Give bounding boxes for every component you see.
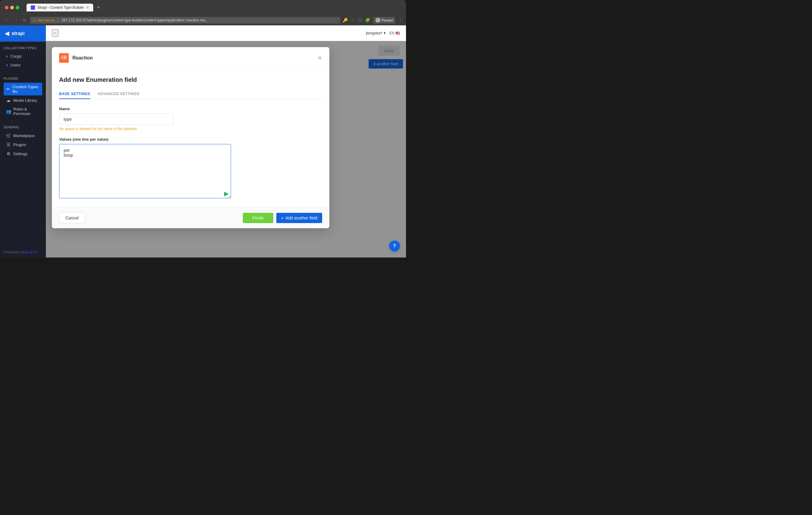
sidebar-item-settings[interactable]: ⚙ Settings <box>4 150 42 158</box>
add-another-field-button[interactable]: + Add another field <box>276 213 322 223</box>
name-input[interactable] <box>59 113 174 125</box>
plugins-title: PLUGINS <box>4 77 42 80</box>
minimize-window-btn[interactable] <box>10 6 14 9</box>
sidebar-item-media-library[interactable]: ☁ Media Library <box>4 96 42 104</box>
sidebar-footer: Powered by Strapi v3.0.2 <box>0 247 46 258</box>
close-window-btn[interactable] <box>5 6 8 9</box>
strapi-version-link[interactable]: Strapi v3.0.2 <box>21 250 37 254</box>
top-nav: ← jlengstorf ▾ EN 🇺🇸 <box>46 25 406 41</box>
sidebar-item-plugins[interactable]: ☰ Plugins <box>4 140 42 149</box>
modal-body: Add new Enumeration field BASE SETTINGS … <box>52 69 329 208</box>
sidebar-item-corgis[interactable]: Corgis <box>4 52 42 60</box>
refresh-icon[interactable]: ▶ <box>224 190 229 197</box>
browser-titlebar: Strapi - Content Type Builder ✕ + <box>0 0 406 15</box>
modal-header-left: Reaction <box>59 53 93 63</box>
url-field[interactable]: ⚠ Not Secure | 167.172.202.57/admin/plug… <box>30 17 340 24</box>
security-warning: ⚠ <box>33 19 36 22</box>
sidebar-item-content-types[interactable]: ✏ Content-Types Bu <box>4 83 42 96</box>
warning-label: Not Secure <box>38 19 55 22</box>
url-separator: | <box>58 18 59 22</box>
powered-by-label: Powered by <box>4 250 21 254</box>
new-tab-btn[interactable]: + <box>94 4 103 11</box>
sidebar-item-users[interactable]: Users <box>4 61 42 69</box>
language-selector[interactable]: EN 🇺🇸 <box>389 31 400 35</box>
finish-button[interactable]: Finish <box>243 213 273 223</box>
sidebar-logo: ◀ strapi <box>0 25 46 42</box>
modal: Reaction ✕ Add new Enumeration field BAS… <box>52 47 329 228</box>
shopping-icon: 🛒 <box>6 133 11 138</box>
paused-label: Paused <box>382 19 393 22</box>
flag-icon: 🇺🇸 <box>396 31 400 35</box>
back-nav-btn[interactable]: ← <box>52 29 59 37</box>
lang-label: EN <box>389 31 395 35</box>
dot-icon <box>6 64 8 66</box>
app-container: ◀ strapi COLLECTION TYPES Corgis Users P… <box>0 25 406 258</box>
sidebar-item-label: Roles & Permissio <box>13 107 40 116</box>
info-icon[interactable]: ⓘ <box>358 18 362 23</box>
sidebar-item-label: Content-Types Bu <box>13 84 40 93</box>
svg-rect-0 <box>61 56 63 56</box>
sidebar: ◀ strapi COLLECTION TYPES Corgis Users P… <box>0 25 46 258</box>
forward-btn[interactable]: → <box>13 17 19 23</box>
reload-btn[interactable]: ↻ <box>22 17 28 23</box>
strapi-logo-text: strapi <box>11 31 25 36</box>
pencil-icon: ✏ <box>6 87 10 91</box>
enumeration-type-icon <box>59 53 69 63</box>
svg-rect-3 <box>63 57 66 58</box>
top-nav-right: jlengstorf ▾ EN 🇺🇸 <box>366 31 400 35</box>
modal-tabs: BASE SETTINGS ADVANCED SETTINGS <box>59 89 322 99</box>
paused-button[interactable]: Paused <box>373 17 395 24</box>
strapi-logo-icon: ◀ <box>5 30 9 37</box>
sidebar-item-roles[interactable]: 👥 Roles & Permissio <box>4 105 42 118</box>
tab-title: Strapi - Content Type Builder <box>37 5 84 10</box>
active-tab[interactable]: Strapi - Content Type Builder ✕ <box>27 4 93 11</box>
back-btn[interactable]: ← <box>4 17 10 23</box>
extensions-icon[interactable]: 🧩 <box>365 18 370 23</box>
values-textarea[interactable] <box>59 144 231 198</box>
plus-icon: + <box>281 216 284 220</box>
svg-rect-2 <box>61 57 63 58</box>
paused-avatar <box>376 18 380 23</box>
tab-base-settings[interactable]: BASE SETTINGS <box>59 89 90 99</box>
browser-tabs: Strapi - Content Type Builder ✕ + <box>27 4 102 11</box>
add-field-label: Add another field <box>285 216 317 220</box>
sidebar-item-label: Plugins <box>13 142 26 147</box>
sidebar-item-label: Marketplace <box>13 133 35 138</box>
plugins-section: PLUGINS ✏ Content-Types Bu ☁ Media Libra… <box>0 72 46 121</box>
help-button[interactable]: ? <box>389 241 400 251</box>
star-icon[interactable]: ☆ <box>351 18 355 23</box>
modal-header: Reaction ✕ <box>52 47 329 69</box>
svg-rect-5 <box>63 58 66 59</box>
name-label: Name <box>59 107 322 111</box>
modal-close-btn[interactable]: ✕ <box>318 55 322 61</box>
modal-footer: Cancel Finish + Add another field <box>52 208 329 228</box>
content-area: Save d another field <box>46 41 406 258</box>
cancel-button[interactable]: Cancel <box>59 213 85 223</box>
name-form-group: Name No space is allowed for the name of… <box>59 107 322 131</box>
modal-overlay: Reaction ✕ Add new Enumeration field BAS… <box>46 41 406 258</box>
collection-types-section: COLLECTION TYPES Corgis Users <box>0 42 46 72</box>
user-menu[interactable]: jlengstorf ▾ <box>366 31 386 35</box>
tab-advanced-settings[interactable]: ADVANCED SETTINGS <box>97 89 139 99</box>
more-options-icon[interactable]: ⋮ <box>398 18 402 23</box>
modal-page-title: Add new Enumeration field <box>59 76 322 83</box>
main-area: ← jlengstorf ▾ EN 🇺🇸 Save <box>46 25 406 258</box>
username-label: jlengstorf <box>366 31 382 35</box>
textarea-wrapper: ▶ <box>59 144 231 199</box>
sidebar-item-label: Settings <box>13 152 27 156</box>
maximize-window-btn[interactable] <box>16 6 19 9</box>
sidebar-item-marketplace[interactable]: 🛒 Marketplace <box>4 131 42 140</box>
close-tab-btn[interactable]: ✕ <box>86 6 89 10</box>
key-icon: 🔑 <box>343 18 348 23</box>
dot-icon <box>6 56 8 57</box>
svg-rect-4 <box>61 58 63 59</box>
users-icon: 👥 <box>6 109 11 114</box>
svg-rect-1 <box>63 56 66 56</box>
chevron-down-icon: ▾ <box>384 31 386 35</box>
window-controls <box>5 6 19 9</box>
tab-favicon <box>31 5 35 10</box>
footer-actions: Finish + Add another field <box>243 213 322 223</box>
general-section: GENERAL 🛒 Marketplace ☰ Plugins ⚙ Settin… <box>0 121 46 161</box>
gear-icon: ⚙ <box>6 151 11 156</box>
url-text: 167.172.202.57/admin/plugins/content-typ… <box>61 18 337 22</box>
